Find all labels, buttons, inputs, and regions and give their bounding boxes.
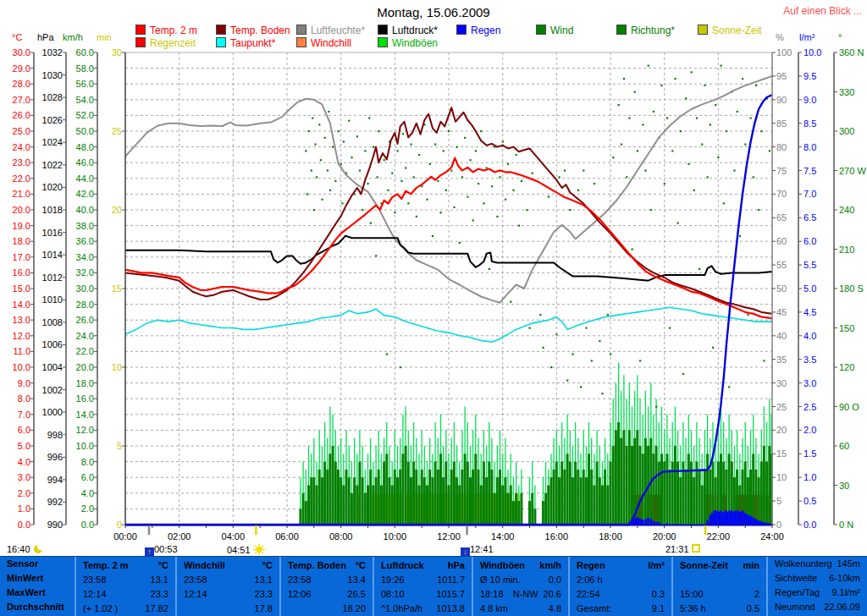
svg-text:2.5: 2.5 — [803, 402, 816, 412]
svg-text:18.0: 18.0 — [76, 378, 94, 388]
stats-col-regen: Regenl/m²2:06 h22:540.3Gesamt:9.1 — [568, 557, 671, 616]
sensor-name: Luftdruck — [381, 558, 424, 573]
stat-time: 23:58 — [184, 573, 207, 587]
svg-text:240: 240 — [839, 205, 854, 215]
svg-text:4.5: 4.5 — [803, 307, 816, 317]
sensor-unit: hPa — [448, 558, 465, 573]
svg-text:5: 5 — [117, 441, 122, 451]
svg-text:9.0: 9.0 — [803, 95, 816, 105]
svg-text:1024: 1024 — [42, 137, 63, 147]
info-label: Sichtweite — [775, 571, 817, 586]
svg-text:20:00: 20:00 — [653, 531, 676, 542]
marker-time: 00:53 — [154, 544, 178, 554]
svg-text:42.0: 42.0 — [76, 189, 94, 199]
stat-value: 2 — [754, 587, 759, 602]
svg-text:1008: 1008 — [42, 317, 63, 327]
svg-text:25.0: 25.0 — [13, 126, 30, 136]
info-value: 145m — [837, 557, 860, 571]
stat-value: 1013.8 — [436, 602, 465, 616]
svg-text:19.0: 19.0 — [13, 221, 30, 231]
svg-text:23.0: 23.0 — [13, 157, 30, 168]
svg-text:0.0: 0.0 — [18, 520, 30, 530]
svg-text:996: 996 — [47, 452, 63, 462]
stat-time: 23:58 — [83, 573, 107, 587]
svg-text:1012: 1012 — [42, 272, 63, 283]
svg-text:52.0: 52.0 — [76, 110, 94, 120]
svg-text:20: 20 — [112, 205, 122, 215]
svg-text:1006: 1006 — [42, 339, 63, 349]
stats-col-temp-boden: Temp. Boden°C23:5813.412:0626.518.20 — [279, 557, 373, 616]
svg-text:29.0: 29.0 — [13, 63, 30, 74]
svg-text:2.0: 2.0 — [18, 488, 30, 498]
sensor-name: Temp. Boden — [288, 558, 346, 573]
svg-text:54.0: 54.0 — [76, 95, 94, 105]
stat-time: ^1.0hPa/h — [381, 602, 422, 616]
stat-time: 19:26 — [381, 573, 405, 587]
svg-text:8.0: 8.0 — [18, 393, 30, 404]
stat-time: 15:00 — [680, 587, 704, 602]
svg-text:20.0: 20.0 — [76, 362, 94, 372]
svg-text:330: 330 — [839, 87, 854, 97]
row-label: Durchschnitt — [7, 600, 64, 614]
svg-text:15: 15 — [112, 283, 122, 294]
svg-text:10.0: 10.0 — [803, 47, 821, 58]
svg-text:40.0: 40.0 — [76, 205, 94, 215]
svg-text:30.0: 30.0 — [76, 283, 94, 294]
svg-text:6.0: 6.0 — [803, 236, 816, 246]
svg-text:02:00: 02:00 — [168, 531, 191, 542]
svg-text:990: 990 — [47, 520, 63, 530]
svg-text:0.5: 0.5 — [803, 496, 816, 506]
svg-text:24.0: 24.0 — [13, 142, 30, 152]
svg-text:32.0: 32.0 — [76, 267, 94, 278]
series-richtung — [305, 65, 770, 408]
svg-text:12:00: 12:00 — [437, 531, 461, 542]
svg-text:1002: 1002 — [42, 385, 63, 395]
series-wind — [301, 362, 771, 525]
stat-time: 12:06 — [288, 587, 312, 602]
stats-col-windchill: Windchill°C23:5813.112:1423.317.8 — [175, 557, 279, 616]
info-value: 9.1l/m² — [831, 586, 860, 600]
svg-text:06:00: 06:00 — [275, 531, 299, 542]
svg-text:20.0: 20.0 — [13, 205, 30, 215]
svg-text:38.0: 38.0 — [76, 221, 94, 231]
marker-sunset: 21:31 — [665, 544, 700, 556]
stat-time: (+ 1.02 ) — [83, 602, 118, 616]
svg-text:25: 25 — [776, 402, 787, 412]
svg-text:12.0: 12.0 — [13, 331, 30, 341]
svg-text:4.0: 4.0 — [81, 488, 94, 498]
svg-text:16.0: 16.0 — [13, 267, 30, 278]
svg-text:5.0: 5.0 — [18, 441, 30, 451]
sensor-name: Sonne-Zeit — [680, 558, 728, 573]
svg-text:50.0: 50.0 — [76, 126, 94, 136]
svg-text:1.5: 1.5 — [803, 448, 816, 459]
svg-text:10:00: 10:00 — [384, 531, 407, 542]
svg-text:1010: 1010 — [42, 294, 63, 305]
svg-text:10: 10 — [112, 362, 122, 372]
stats-col-labels: SensorMinWertMaxWertDurchschnitt — [0, 557, 75, 616]
svg-text:1022: 1022 — [42, 160, 63, 170]
moon-icon — [33, 544, 44, 554]
stat-value: 17.82 — [145, 602, 168, 616]
axis-kmh: 0.02.04.06.08.010.012.014.016.018.020.02… — [63, 32, 97, 530]
stat-value: 0.3 — [652, 587, 665, 602]
svg-text:26.0: 26.0 — [13, 110, 30, 120]
svg-text:6.5: 6.5 — [803, 212, 816, 223]
svg-text:28.0: 28.0 — [76, 300, 94, 310]
svg-text:17.0: 17.0 — [13, 252, 30, 262]
stat-time: 5:36 h — [680, 602, 706, 616]
stat-time: 23:58 — [288, 573, 312, 587]
svg-text:27.0: 27.0 — [13, 95, 30, 105]
stats-col-info: Wolkenunterg145mSichtweite6-10kmRegen/Ta… — [766, 557, 867, 616]
stat-value: 17.8 — [255, 602, 273, 616]
svg-text:55: 55 — [776, 260, 787, 270]
stat-value: 23.3 — [255, 587, 273, 602]
sensor-name: Temp. 2 m — [83, 558, 129, 573]
svg-text:95: 95 — [776, 71, 787, 81]
svg-text:0 N: 0 N — [839, 520, 853, 530]
stat-time: 18:18 — [480, 587, 504, 602]
marker-time: 04:51 — [227, 545, 251, 555]
svg-text:24.0: 24.0 — [76, 331, 94, 341]
svg-text:5.5: 5.5 — [803, 260, 816, 270]
stat-value: 0.0 — [549, 573, 561, 587]
svg-text:2.0: 2.0 — [803, 425, 816, 435]
